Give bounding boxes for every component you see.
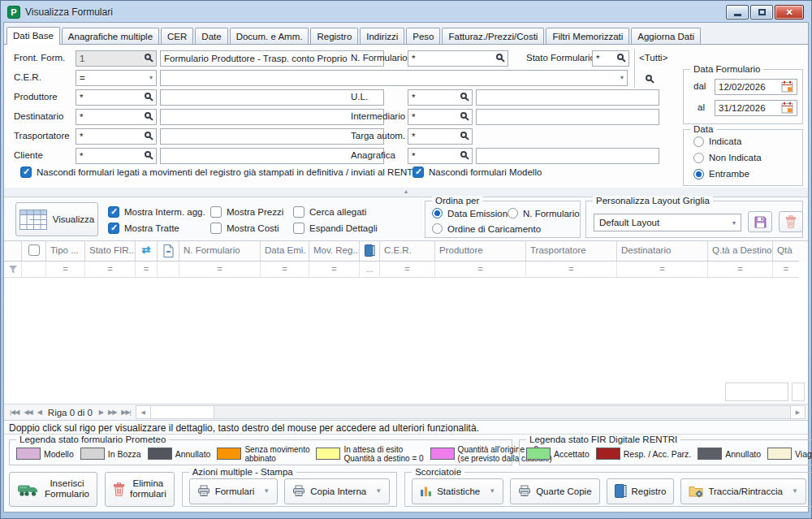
checkbox-icon[interactable] — [210, 223, 222, 234]
ul-field[interactable]: * — [408, 89, 473, 106]
search-icon[interactable] — [460, 151, 467, 158]
scroll-left-button[interactable]: ◀ — [136, 406, 151, 418]
search-icon[interactable] — [460, 132, 467, 138]
filter-cell[interactable]: = — [773, 262, 799, 278]
radio-non-indicata[interactable]: Non Indicata — [693, 153, 762, 163]
filter-cell[interactable]: = — [136, 262, 158, 278]
maximize-button[interactable] — [750, 5, 773, 19]
filter-cell[interactable]: = — [85, 262, 136, 278]
filter-cell[interactable] — [158, 262, 179, 278]
radio-indicata[interactable]: Indicata — [693, 136, 741, 147]
radio-icon[interactable] — [693, 136, 704, 147]
tab-dati-base[interactable]: Dati Base — [6, 27, 60, 45]
delete-layout-button[interactable] — [779, 211, 803, 232]
col-cer[interactable]: C.E.R. — [380, 241, 435, 262]
chevron-down-icon[interactable]: ▾ — [620, 74, 624, 81]
produttore-field[interactable]: * — [76, 89, 157, 106]
filter-cell[interactable]: = — [380, 262, 435, 278]
col-documento[interactable] — [158, 241, 179, 262]
checkbox-icon[interactable] — [210, 206, 222, 218]
search-icon[interactable] — [496, 54, 503, 60]
layout-select[interactable]: Default Layout ▾ — [594, 214, 741, 231]
filter-cell[interactable]: = — [708, 262, 773, 278]
search-icon[interactable] — [460, 93, 467, 99]
visualizza-button[interactable]: Visualizza — [15, 202, 98, 236]
filter-cell[interactable]: = — [435, 262, 526, 278]
option-mostra-interm[interactable]: Mostra Interm. agg. — [108, 206, 205, 218]
filter-cell[interactable]: = — [179, 262, 261, 278]
radio-selected-icon[interactable] — [693, 169, 704, 179]
last-page-button[interactable]: ▶▶| — [121, 409, 130, 416]
elimina-formulari-button[interactable]: Eliminaformulari — [105, 472, 175, 507]
filter-cell[interactable]: ... — [360, 262, 380, 278]
trasportatore-field[interactable]: * — [76, 128, 157, 145]
search-icon[interactable] — [145, 112, 151, 119]
dal-date-field[interactable]: 12/02/2026 — [715, 79, 797, 95]
search-icon[interactable] — [460, 112, 467, 119]
checkbox-checked-icon[interactable] — [108, 206, 119, 218]
next-row-button[interactable]: ▶ — [99, 409, 103, 416]
col-destinatario[interactable]: Destinatario — [617, 241, 708, 262]
inserisci-formulario-button[interactable]: InserisciFormulario — [9, 472, 97, 507]
search-icon[interactable] — [145, 132, 151, 138]
col-data-emi[interactable]: Data Emi. — [261, 241, 309, 262]
tab-filtri-memorizzati[interactable]: Filtri Memorizzati — [546, 28, 629, 44]
tab-peso[interactable]: Peso — [406, 28, 440, 44]
radio-icon[interactable] — [432, 223, 443, 234]
next-block-button[interactable]: ▶▶ — [108, 409, 116, 416]
radio-ordine-caricamento[interactable]: Ordine di Caricamento — [432, 223, 541, 234]
radio-n-formulario[interactable]: N. Formulario — [508, 208, 580, 218]
horizontal-scrollbar[interactable]: ◀ ▶ — [136, 405, 806, 419]
ul-name-field[interactable] — [476, 89, 659, 106]
option-mostra-costi[interactable]: Mostra Costi — [210, 223, 279, 234]
checkbox-checked-icon[interactable] — [20, 167, 32, 178]
registro-button[interactable]: Registro — [607, 478, 675, 504]
save-layout-button[interactable] — [748, 211, 772, 232]
checkbox-icon[interactable] — [28, 244, 40, 256]
filter-cell[interactable] — [22, 262, 46, 278]
checkbox-icon[interactable] — [293, 223, 304, 234]
filter-cell[interactable]: = — [46, 262, 85, 278]
anagrafica-field[interactable]: * — [408, 148, 473, 164]
cer-operator-select[interactable]: =▾ — [76, 70, 157, 86]
filter-cell[interactable]: = — [309, 262, 360, 278]
targa-field[interactable]: * — [408, 128, 473, 145]
col-n-formulario[interactable]: N. Formulario — [179, 241, 261, 262]
col-tipo[interactable]: Tipo ... — [46, 241, 85, 262]
cer-search-icon[interactable] — [646, 75, 652, 81]
search-icon[interactable] — [145, 93, 151, 99]
radio-entrambe[interactable]: Entrambe — [693, 169, 749, 179]
filter-funnel-cell[interactable] — [4, 262, 22, 278]
prev-block-button[interactable]: ◀◀ — [24, 409, 32, 416]
option-cerca-allegati[interactable]: Cerca allegati — [293, 206, 366, 218]
checkbox-icon[interactable] — [293, 206, 304, 218]
intermediario-name-field[interactable] — [476, 109, 659, 125]
checkbox-checked-icon[interactable] — [412, 167, 424, 178]
quarte-copie-button[interactable]: Quarte Copie — [510, 478, 599, 504]
col-mov-reg[interactable]: Mov. Reg... — [309, 241, 360, 262]
filter-cell[interactable]: = — [526, 262, 617, 278]
stato-formulario-field[interactable]: * — [592, 50, 629, 67]
search-icon[interactable] — [617, 54, 624, 60]
option-mostra-prezzi[interactable]: Mostra Prezzi — [210, 206, 283, 218]
option-espandi-dettagli[interactable]: Espandi Dettagli — [293, 223, 378, 234]
cliente-field[interactable]: * — [76, 148, 157, 164]
tab-cer[interactable]: CER — [161, 28, 193, 44]
search-icon[interactable] — [145, 151, 151, 158]
scrollbar-thumb[interactable] — [151, 406, 214, 418]
al-date-field[interactable]: 31/12/2026 — [715, 100, 797, 116]
col-rentri-sync[interactable]: ⇄ — [136, 241, 158, 262]
col-produttore[interactable]: Produttore — [435, 241, 526, 262]
grid-body-empty[interactable] — [4, 278, 808, 404]
col-qta-destino[interactable]: Q.tà a Destino — [708, 241, 773, 262]
search-icon[interactable] — [145, 54, 151, 60]
anagrafica-name-field[interactable] — [476, 148, 659, 164]
stampa-copia-interna-button[interactable]: Copia Interna ▼ — [284, 478, 390, 504]
statistiche-button[interactable]: Statistiche ▼ — [412, 478, 503, 504]
radio-icon[interactable] — [508, 208, 518, 218]
intermediario-field[interactable]: * — [408, 109, 473, 125]
radio-data-emissione[interactable]: Data Emissione — [432, 208, 513, 218]
hide-modello-option[interactable]: Nascondi formulari Modello — [412, 167, 542, 178]
option-mostra-tratte[interactable]: Mostra Tratte — [108, 223, 179, 234]
n-formulario-field[interactable]: * — [408, 50, 508, 67]
